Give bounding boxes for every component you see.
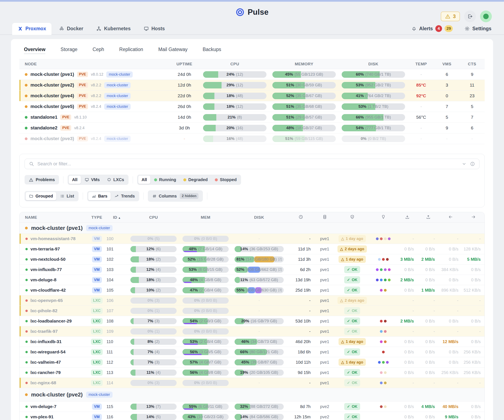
- node-row[interactable]: mock-cluster (pve5)PVEv8.2.4mock-cluster…: [19, 101, 485, 112]
- guest-col-server[interactable]: [315, 214, 335, 220]
- guest-col-clock[interactable]: [287, 214, 315, 220]
- node-row[interactable]: standalone2PVEv8.2.43d 0h20%(16)48%(18 G…: [19, 123, 485, 134]
- usage-bar: 52%(408 GB/662 GB)[2]: [232, 267, 287, 273]
- usage-bar: 81%(147 GB/180 GB)[2]: [232, 256, 287, 262]
- guest-row[interactable]: vm-deluge-7VM11513%(7)55%(6 GB/11 GB)32%…: [19, 402, 485, 412]
- subnav-ceph[interactable]: Ceph: [93, 47, 104, 54]
- guest-row[interactable]: vm-nextcloud-50VM10218%(2)52%(15 GB/28 G…: [19, 254, 485, 265]
- state-filter-degraded-button[interactable]: Degraded: [180, 176, 211, 184]
- guest-row[interactable]: lxc-openvpn-65LXC1060%(3)0%(0 B/0 B)--pv…: [19, 295, 485, 306]
- guest-col-upload[interactable]: [418, 214, 439, 220]
- type-filter-lxcs-button[interactable]: LXCs: [103, 176, 127, 184]
- guest-col-tag[interactable]: [370, 214, 397, 220]
- guest-row[interactable]: lxc-pihole-82LXC1070%(1)0%(0 B/0 B)--pve…: [19, 306, 485, 316]
- type-filter-vms-button[interactable]: VMs: [81, 176, 103, 184]
- node-col-cpu[interactable]: CPU: [200, 62, 270, 66]
- guest-group-header[interactable]: mock-cluster (pve1)mock-cluster: [19, 223, 485, 234]
- problems-filter-button[interactable]: Problems: [24, 175, 59, 184]
- view-grouped-button[interactable]: Grouped: [26, 192, 56, 200]
- usage-bar: 45%(55 GB/123 GB): [270, 71, 339, 78]
- node-col-vms[interactable]: VMS: [434, 62, 459, 66]
- node-col-disk[interactable]: DISK: [339, 62, 408, 66]
- node-vms-count: 0: [434, 93, 459, 98]
- node-row[interactable]: mock-cluster (pve2)PVEv8.2.2mock-cluster…: [19, 80, 485, 91]
- guest-group-header[interactable]: mock-cluster (pve2)mock-cluster: [19, 388, 485, 402]
- guest-type-badge: VM: [92, 236, 102, 242]
- guest-col-type[interactable]: TYPE: [87, 215, 107, 220]
- header-warning-chip[interactable]: 3: [441, 12, 460, 21]
- guest-row[interactable]: vm-cloudflare-42VM10510%(2)47%(2 GB/4 GB…: [19, 285, 485, 295]
- guest-row[interactable]: lxc-nginx-68LXC1140%(3)0%(0 B/0 B)--pve1…: [19, 378, 485, 388]
- guest-col-arrow-right[interactable]: [462, 214, 485, 220]
- search-box[interactable]: [24, 159, 480, 169]
- subnav-replication[interactable]: Replication: [119, 47, 143, 54]
- search-input[interactable]: [37, 161, 458, 167]
- guest-col-download[interactable]: [397, 214, 418, 220]
- metric-view-bars-button[interactable]: Bars: [88, 192, 111, 200]
- guest-row[interactable]: vm-influxdb-77VM10312%(4)53%(8 GB/15 GB)…: [19, 265, 485, 275]
- node-row[interactable]: standalone1PVEv8.1.1014d 0h21%(8)51%(29 …: [19, 112, 485, 123]
- guest-row[interactable]: vm-homeassistant-78VM1000%(5)0%(0 B/0 B)…: [19, 234, 485, 244]
- logout-button[interactable]: [464, 11, 476, 22]
- subnav-mail-gateway[interactable]: Mail Gateway: [158, 47, 187, 54]
- guest-name: lxc-openvpn-65: [30, 298, 63, 303]
- usage-bar: 53%(1 TB/2 TB): [339, 103, 408, 110]
- guest-row[interactable]: lxc-rancher-79LXC11311%(4)56%(4 GB/8 GB)…: [19, 367, 485, 378]
- node-col-cts[interactable]: CTS: [459, 62, 485, 66]
- subnav-backups[interactable]: Backups: [203, 47, 221, 54]
- guest-row[interactable]: vm-terraria-97VM10112%(6)48%(7 GB/14 GB)…: [19, 244, 485, 254]
- type-filter-all-button[interactable]: All: [69, 176, 81, 184]
- guest-col-disk[interactable]: DISK: [232, 215, 287, 220]
- node-temp: 56°C: [408, 115, 434, 120]
- guest-col-mem[interactable]: MEM: [180, 215, 232, 220]
- guest-row[interactable]: vm-deluge-8VM10418%(3)48%(4 GB/8 GB)11%(…: [19, 275, 485, 285]
- node-cts-count: 11: [459, 83, 485, 88]
- cluster-badge: mock-cluster: [104, 93, 131, 99]
- state-filter-running-button[interactable]: Running: [151, 176, 180, 184]
- info-icon[interactable]: [470, 161, 475, 166]
- guest-rate-3: 0 B/s: [462, 278, 485, 282]
- node-row[interactable]: mock-cluster (pve4)PVEv8.2.2mock-cluster…: [19, 91, 485, 101]
- usage-bar: 14%(5): [127, 414, 180, 420]
- node-col-temp[interactable]: TEMP: [408, 62, 434, 66]
- guest-col-id[interactable]: ID▲: [107, 215, 127, 220]
- tab-hosts[interactable]: Hosts: [138, 23, 170, 34]
- metric-view-trends-button[interactable]: Trends: [111, 192, 138, 200]
- alerts-nav-item[interactable]: Alerts 4 29: [411, 25, 453, 32]
- guest-rate-3: 0 B/s: [462, 404, 485, 409]
- tab-proxmox[interactable]: Proxmox: [12, 23, 51, 35]
- guest-col-cpu[interactable]: CPU: [127, 215, 180, 220]
- state-filter-all-button[interactable]: All: [138, 176, 150, 184]
- guest-row[interactable]: lxc-loadbalancer-29LXC1087%(3)54%(2 GB/3…: [19, 316, 485, 326]
- connection-status-avatar[interactable]: [480, 11, 492, 22]
- guest-rate-3: 256 KB/s: [462, 370, 485, 375]
- node-col-memory[interactable]: MEMORY: [270, 62, 339, 66]
- view-list-button[interactable]: List: [57, 192, 78, 200]
- subnav-storage[interactable]: Storage: [60, 47, 78, 54]
- guest-col-arrow-left[interactable]: [439, 214, 462, 220]
- chevron-down-icon[interactable]: [462, 161, 467, 166]
- guest-col-shield[interactable]: [335, 214, 370, 220]
- guest-col-name[interactable]: NAME: [19, 215, 87, 220]
- node-row[interactable]: mock-cluster (pve1)PVEv8.0.12mock-cluste…: [19, 69, 485, 80]
- subnav-overview[interactable]: Overview: [24, 47, 45, 54]
- check-icon: ✓: [347, 370, 350, 375]
- node-row[interactable]: mock-cluster (pve3)PVEv8.2.4mock-cluster…: [19, 134, 485, 144]
- guest-row[interactable]: vm-plex-91VM11614%(5)43%(10 GB/23 GB)14%…: [19, 412, 485, 420]
- columns-button[interactable]: Columns 2 hidden: [149, 191, 202, 201]
- guest-row[interactable]: lxc-influxdb-31LXC1108%(2)53%(2 GB/4 GB)…: [19, 337, 485, 347]
- guest-row[interactable]: lxc-valheim-47LXC1127%(3)57%(4 GB/7 GB)4…: [19, 357, 485, 367]
- state-filter-stopped-button[interactable]: Stopped: [211, 176, 240, 184]
- settings-nav-item[interactable]: Settings: [465, 26, 492, 31]
- node-col-node[interactable]: NODE: [19, 62, 169, 66]
- tab-kubernetes[interactable]: Kubernetes: [91, 23, 136, 34]
- node-col-uptime[interactable]: UPTIME: [169, 62, 200, 66]
- guest-row[interactable]: lxc-wireguard-54LXC1117%(4)56%(3 GB/5 GB…: [19, 347, 485, 357]
- bars-icon: [92, 194, 96, 198]
- guest-row[interactable]: lxc-traefik-97LXC1090%(1)0%(0 B/0 B)--pv…: [19, 326, 485, 337]
- guest-rate-3: 512 KB/s: [462, 288, 485, 293]
- tab-docker[interactable]: Docker: [54, 23, 89, 34]
- guest-disk: 14%(84 GB/586 GB): [232, 414, 287, 420]
- tag-dot: [376, 237, 379, 240]
- cluster-badge: mock-cluster: [106, 71, 133, 78]
